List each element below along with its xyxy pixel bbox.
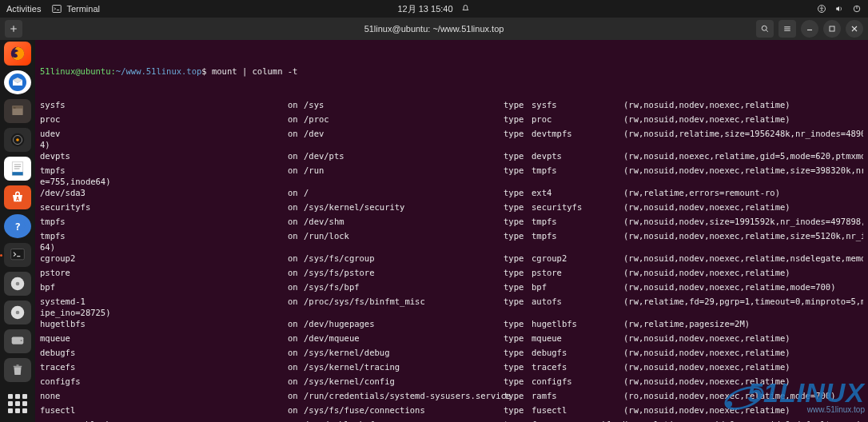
svg-point-21: [16, 282, 20, 286]
notification-icon[interactable]: [461, 4, 471, 14]
dock-disc1[interactable]: [4, 272, 31, 296]
dock-help[interactable]: ?: [4, 214, 31, 238]
svg-rect-27: [17, 364, 19, 366]
dock-trash[interactable]: [4, 358, 31, 382]
mount-row: tracefson/sys/kernel/tracingtypetracefs(…: [40, 361, 863, 372]
dock-firefox[interactable]: [4, 42, 31, 66]
dock-disk-util[interactable]: [4, 329, 31, 353]
app-grid-button[interactable]: [4, 392, 31, 416]
mount-row: hugetlbfson/dev/hugepagestypehugetlbfs(r…: [40, 318, 863, 329]
svg-point-23: [16, 311, 20, 315]
svg-text:?: ?: [14, 221, 21, 233]
mount-row: /dev/sda3on/typeext4(rw,relatime,errors=…: [40, 187, 863, 198]
power-icon[interactable]: [852, 4, 862, 14]
mount-row: fusectlon/sys/fs/fuse/connectionstypefus…: [40, 404, 863, 416]
terminal-output[interactable]: 51linux@ubuntu:~/www.51linux.top$ mount …: [35, 40, 868, 422]
dock-writer[interactable]: [4, 157, 31, 181]
svg-point-13: [16, 138, 19, 141]
a11y-icon[interactable]: [817, 4, 826, 14]
mount-row: bpfon/sys/fs/bpftypebpf(rw,nosuid,nodev,…: [40, 281, 863, 293]
dock: A ?: [0, 40, 35, 422]
mount-row: procon/proctypeproc(rw,nosuid,nodev,noex…: [40, 113, 863, 125]
mount-row: tmpfson/runtypetmpfs(rw,nosuid,nodev,noe…: [40, 165, 863, 176]
svg-rect-5: [830, 26, 834, 31]
dock-rhythmbox[interactable]: [4, 128, 31, 152]
mount-row: vmware-vmblockon/run/vmblock-fusetypefus…: [40, 419, 863, 422]
mount-row: tmpfson/dev/shmtypetmpfs(rw,nosuid,nodev…: [40, 216, 863, 227]
svg-rect-19: [11, 249, 25, 260]
mount-row: securityfson/sys/kernel/securitytypesecu…: [40, 201, 863, 213]
mount-row: mqueueon/dev/mqueuetypemqueue(rw,nosuid,…: [40, 332, 863, 344]
window-title: 51linux@ubuntu: ~/www.51linux.top: [364, 24, 504, 34]
mount-row: sysfson/systypesysfs(rw,nosuid,nodev,noe…: [40, 99, 863, 110]
mount-row: ipe_ino=28725): [40, 307, 863, 318]
prompt-path: ~/www.51linux.top: [116, 66, 201, 77]
mount-row: debugfson/sys/kernel/debugtypedebugfs(rw…: [40, 347, 863, 358]
close-button[interactable]: [846, 20, 863, 38]
activities-button[interactable]: Activities: [6, 4, 41, 14]
svg-text:A: A: [16, 196, 19, 202]
terminal-app-icon: [52, 4, 62, 14]
menu-button[interactable]: [778, 20, 796, 38]
maximize-button[interactable]: [823, 20, 841, 38]
dock-files[interactable]: [4, 99, 31, 123]
prompt-command: mount | column -t: [212, 66, 297, 77]
new-tab-button[interactable]: [5, 20, 22, 38]
dock-terminal[interactable]: [4, 243, 31, 267]
mount-row: tmpfson/run/locktypetmpfs(rw,nosuid,node…: [40, 230, 863, 241]
volume-icon[interactable]: [834, 4, 844, 14]
prompt-user: 51linux@ubuntu: [40, 66, 111, 77]
mount-row: systemd-1on/proc/sys/fs/binfmt_misctypea…: [40, 296, 863, 307]
mount-row: 64): [40, 241, 863, 253]
dock-thunderbird[interactable]: [4, 70, 31, 94]
mount-row: devptson/dev/ptstypedevpts(rw,nosuid,noe…: [40, 150, 863, 161]
mount-row: configfson/sys/kernel/configtypeconfigfs…: [40, 376, 863, 387]
svg-rect-0: [53, 6, 62, 13]
mount-row: pstoreon/sys/fs/pstoretypepstore(rw,nosu…: [40, 267, 863, 278]
mount-row: udevon/devtypedevtmpfs(rw,nosuid,relatim…: [40, 128, 863, 139]
svg-rect-15: [12, 172, 22, 175]
svg-point-2: [821, 6, 822, 8]
svg-rect-26: [14, 366, 22, 368]
app-name-label[interactable]: Terminal: [66, 4, 100, 14]
clock[interactable]: 12月 13 15:40: [397, 3, 452, 15]
window-titlebar: 51linux@ubuntu: ~/www.51linux.top: [0, 18, 868, 40]
search-button[interactable]: [756, 20, 774, 38]
mount-row: cgroup2on/sys/fs/cgrouptypecgroup2(rw,no…: [40, 253, 863, 264]
dock-disc2[interactable]: [4, 301, 31, 324]
gnome-topbar: Activities Terminal 12月 13 15:40: [0, 0, 868, 18]
minimize-button[interactable]: [801, 20, 818, 38]
svg-rect-10: [14, 107, 16, 109]
mount-row: 4): [40, 139, 863, 150]
mount-row: e=755,inode64): [40, 176, 863, 187]
mount-row: noneon/run/credentials/systemd-sysusers.…: [40, 390, 863, 401]
dock-software[interactable]: A: [4, 185, 31, 209]
svg-point-4: [762, 26, 766, 30]
svg-point-25: [21, 340, 22, 341]
